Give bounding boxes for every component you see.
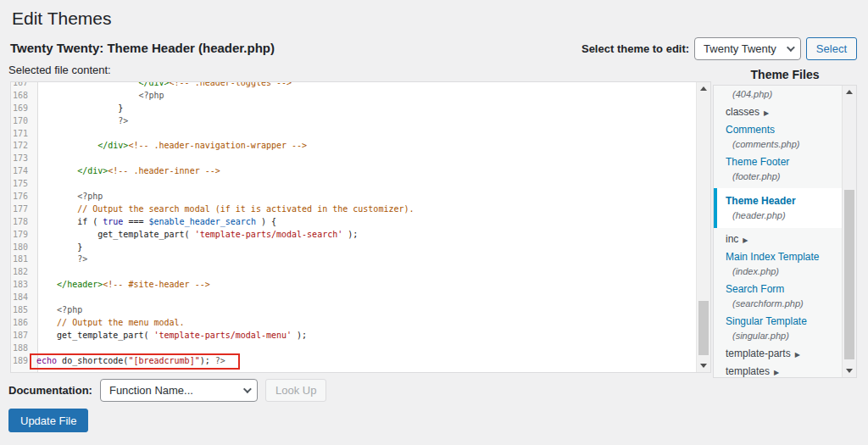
file-name: (comments.php) <box>714 138 843 151</box>
documentation-row: Documentation: Function Name... Look Up <box>8 379 326 402</box>
annotation-highlight <box>30 353 240 370</box>
sidebar-item-templates[interactable]: templates▶ <box>714 365 843 377</box>
file-name: (header.php) <box>726 209 843 222</box>
line-number: 173 <box>11 153 33 165</box>
theme-selector-label: Select theme to edit: <box>581 42 689 55</box>
theme-files-list: (404.php)classes▶Comments(comments.php)T… <box>714 86 843 377</box>
line-number: 185 <box>11 304 33 317</box>
theme-selector-row: Select theme to edit: Twenty Twenty Sele… <box>581 37 857 60</box>
folder-expand-arrow-icon: ▶ <box>774 369 779 376</box>
sidebar-scrollbar-thumb[interactable] <box>844 190 854 359</box>
file-name: (singular.php) <box>714 330 843 342</box>
theme-files-heading: Theme Files <box>713 68 857 81</box>
file-link[interactable]: Theme Header <box>726 195 843 208</box>
file-name: (index.php) <box>714 265 843 278</box>
line-number: 167 <box>11 82 33 90</box>
folder-expand-arrow-icon: ▶ <box>743 236 748 244</box>
sidebar-item-template-parts[interactable]: template-parts▶ <box>714 348 843 361</box>
editor-scrollbar[interactable] <box>696 82 710 372</box>
code-line: 174 </div><!-- .header-inner --> <box>11 165 415 178</box>
line-number: 187 <box>11 330 33 342</box>
scroll-up-arrow-icon[interactable] <box>843 86 856 98</box>
line-number: 170 <box>11 115 33 128</box>
file-name: (404.php) <box>714 88 843 101</box>
page-title: Edit Themes <box>12 8 112 29</box>
code-line: 171 <box>11 128 415 141</box>
code-line: 183 </header><!-- #site-header --> <box>11 279 415 292</box>
sidebar-item-comments[interactable]: Comments(comments.php) <box>714 124 843 151</box>
line-number: 184 <box>11 292 33 304</box>
theme-select-value: Twenty Twenty <box>704 42 776 55</box>
code-scroll-area[interactable]: 167 </div><!-- .header-toggles -->168 <?… <box>11 82 696 372</box>
code-line: 169 } <box>11 103 415 115</box>
folder-expand-arrow-icon: ▶ <box>764 109 769 117</box>
line-number: 178 <box>11 216 33 229</box>
documentation-label: Documentation: <box>8 384 92 397</box>
lookup-button[interactable]: Look Up <box>265 379 326 402</box>
selected-file-content-label: Selected file content: <box>8 64 111 76</box>
line-number: 168 <box>11 90 33 103</box>
theme-files-panel: (404.php)classes▶Comments(comments.php)T… <box>713 85 857 378</box>
line-number: 175 <box>11 178 33 191</box>
code-editor[interactable]: 167 </div><!-- .header-toggles -->168 <?… <box>10 81 711 373</box>
code-line: 173 <box>11 153 415 165</box>
code-line: 187 get_template_part( 'template-parts/m… <box>11 330 415 342</box>
file-link[interactable]: Singular Template <box>714 315 843 328</box>
theme-select-dropdown[interactable]: Twenty Twenty <box>694 37 801 60</box>
code-line: 176 <?php <box>11 191 415 203</box>
line-number: 172 <box>11 140 33 153</box>
file-link[interactable]: Main Index Template <box>714 251 843 264</box>
file-link[interactable]: Search Form <box>714 283 843 296</box>
file-link[interactable]: Theme Footer <box>714 156 843 169</box>
line-number: 174 <box>11 165 33 178</box>
code-line: 175 <box>11 178 415 191</box>
line-number: 171 <box>11 128 33 141</box>
line-number: 177 <box>11 203 33 216</box>
sidebar-item--404-php-: (404.php) <box>714 88 843 101</box>
code-line: 186 // Output the menu modal. <box>11 317 415 330</box>
sidebar-item-search-form[interactable]: Search Form(searchform.php) <box>714 283 843 310</box>
sidebar-item-singular-template[interactable]: Singular Template(singular.php) <box>714 315 843 342</box>
sidebar-item-theme-footer[interactable]: Theme Footer(footer.php) <box>714 156 843 183</box>
chevron-down-icon <box>243 385 252 393</box>
chevron-down-icon <box>787 43 795 52</box>
select-theme-button[interactable]: Select <box>806 37 857 60</box>
folder-label: classes <box>726 106 760 118</box>
edit-themes-screen: Edit Themes Twenty Twenty: Theme Header … <box>0 0 868 445</box>
code-line: 180 } <box>11 242 415 254</box>
line-number: 182 <box>11 266 33 279</box>
scroll-down-arrow-icon[interactable] <box>697 359 710 372</box>
line-number: 183 <box>11 279 33 292</box>
documentation-select-dropdown[interactable]: Function Name... <box>100 379 258 402</box>
line-number: 180 <box>11 242 33 254</box>
line-number: 186 <box>11 317 33 330</box>
sidebar-item-theme-header[interactable]: Theme Header(header.php) <box>714 188 843 228</box>
line-number: 169 <box>11 103 33 115</box>
code-line: 185 <?php <box>11 304 415 317</box>
line-number: 181 <box>11 253 33 266</box>
code-lines: 167 </div><!-- .header-toggles -->168 <?… <box>11 82 415 367</box>
code-line: 170 ?> <box>11 115 415 128</box>
folder-expand-arrow-icon: ▶ <box>795 351 800 359</box>
sidebar-item-main-index-template[interactable]: Main Index Template(index.php) <box>714 251 843 278</box>
line-number: 179 <box>11 229 33 242</box>
code-line: 167 </div><!-- .header-toggles --> <box>11 82 415 90</box>
scroll-down-arrow-icon[interactable] <box>843 364 856 377</box>
sidebar-scrollbar[interactable] <box>842 86 856 377</box>
sidebar-item-inc[interactable]: inc▶ <box>714 233 843 247</box>
file-link[interactable]: Comments <box>714 124 843 136</box>
scroll-up-arrow-icon[interactable] <box>697 82 710 95</box>
code-line: 181 ?> <box>11 253 415 266</box>
code-line: 184 <box>11 292 415 304</box>
line-number: 176 <box>11 191 33 203</box>
code-line: 168 <?php <box>11 90 415 103</box>
update-file-button[interactable]: Update File <box>8 409 88 432</box>
file-name: (searchform.php) <box>714 298 843 310</box>
sidebar-item-classes[interactable]: classes▶ <box>714 106 843 120</box>
editor-scrollbar-thumb[interactable] <box>698 301 709 355</box>
folder-label: inc <box>726 233 738 245</box>
code-line: 172 </div><!-- .header-navigation-wrappe… <box>11 140 415 153</box>
page-subtitle: Twenty Twenty: Theme Header (header.php) <box>10 41 275 55</box>
folder-label: templates <box>726 365 770 377</box>
documentation-select-value: Function Name... <box>109 384 193 397</box>
